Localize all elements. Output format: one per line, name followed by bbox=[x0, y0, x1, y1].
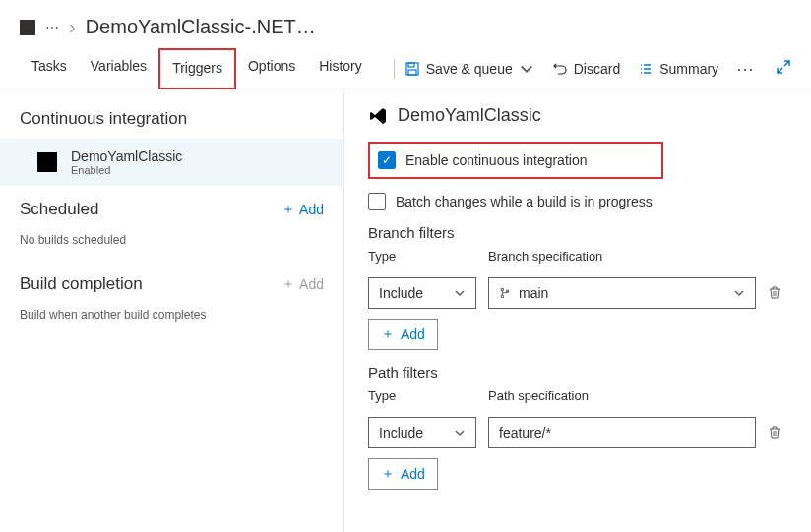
branch-add-button[interactable]: ＋ Add bbox=[368, 319, 438, 350]
scheduled-add-label: Add bbox=[299, 202, 324, 217]
path-type-value: Include bbox=[379, 425, 423, 441]
chevron-down-icon bbox=[454, 427, 466, 439]
tab-options[interactable]: Options bbox=[236, 48, 307, 89]
branch-filter-row: Include main bbox=[368, 277, 787, 309]
tabs-toolbar-row: Tasks Variables Triggers Options History… bbox=[0, 48, 811, 89]
trash-icon bbox=[768, 425, 781, 439]
vs-icon bbox=[368, 106, 388, 126]
save-queue-label: Save & queue bbox=[426, 61, 513, 77]
breadcrumb-ellipsis[interactable]: ⋯ bbox=[45, 20, 59, 35]
content-title-text: DemoYamlClassic bbox=[398, 105, 541, 126]
save-icon bbox=[405, 61, 420, 77]
path-filter-row: Include feature/* bbox=[368, 417, 787, 448]
scheduled-empty-text: No builds scheduled bbox=[0, 229, 343, 261]
branch-filter-header: Type Branch specification bbox=[368, 249, 787, 267]
path-delete-button[interactable] bbox=[768, 425, 787, 442]
path-spec-value: feature/* bbox=[499, 425, 551, 441]
path-spec-label: Path specification bbox=[488, 388, 756, 403]
content-title: DemoYamlClassic bbox=[368, 105, 787, 126]
build-completion-empty-text: Build when another build completes bbox=[0, 304, 343, 335]
chevron-down-icon bbox=[454, 287, 466, 299]
branch-spec-label: Branch specification bbox=[488, 249, 756, 264]
save-queue-button[interactable]: Save & queue bbox=[405, 57, 534, 81]
toolbar: Save & queue Discard Summary ⋯ bbox=[405, 57, 791, 81]
path-type-label: Type bbox=[368, 388, 476, 403]
undo-icon bbox=[552, 61, 568, 77]
branch-type-value: Include bbox=[379, 285, 423, 301]
sidebar: Continuous integration DemoYamlClassic E… bbox=[0, 89, 344, 532]
enable-ci-label: Enable continuous integration bbox=[406, 152, 587, 168]
discard-button[interactable]: Discard bbox=[552, 57, 620, 81]
branch-type-label: Type bbox=[368, 249, 476, 264]
vs-icon bbox=[37, 152, 57, 172]
path-filters-title: Path filters bbox=[368, 364, 787, 381]
path-spec-input[interactable]: feature/* bbox=[488, 417, 756, 448]
repo-status: Enabled bbox=[71, 164, 182, 176]
chevron-down-icon bbox=[733, 287, 745, 299]
build-completion-section: Build completion ＋ Add bbox=[0, 261, 343, 304]
branch-type-select[interactable]: Include bbox=[368, 277, 476, 309]
branch-delete-button[interactable] bbox=[768, 285, 787, 302]
svg-rect-2 bbox=[408, 70, 416, 75]
list-icon bbox=[638, 61, 654, 77]
build-completion-add-button[interactable]: ＋ Add bbox=[281, 275, 324, 293]
summary-button[interactable]: Summary bbox=[638, 57, 718, 81]
path-filter-header: Type Path specification bbox=[368, 388, 787, 407]
tabs: Tasks Variables Triggers Options History bbox=[20, 48, 374, 89]
enable-ci-checkbox[interactable]: ✓ bbox=[378, 151, 396, 169]
batch-changes-checkbox[interactable] bbox=[368, 193, 386, 210]
repo-item[interactable]: DemoYamlClassic Enabled bbox=[0, 139, 343, 186]
breadcrumb-separator: › bbox=[69, 16, 76, 38]
discard-label: Discard bbox=[574, 61, 620, 77]
chevron-down-icon bbox=[519, 61, 534, 77]
breadcrumb: ⋯ › DemoYamlClassic-.NET… bbox=[0, 0, 811, 48]
scheduled-section: Scheduled ＋ Add bbox=[0, 186, 343, 229]
batch-changes-row: Batch changes while a build is in progre… bbox=[368, 193, 787, 210]
branch-spec-value: main bbox=[519, 285, 548, 301]
svg-point-3 bbox=[501, 288, 504, 291]
content-pane: DemoYamlClassic ✓ Enable continuous inte… bbox=[344, 89, 811, 532]
trash-icon bbox=[768, 285, 781, 299]
main-content: Continuous integration DemoYamlClassic E… bbox=[0, 89, 811, 532]
enable-ci-row: ✓ Enable continuous integration bbox=[368, 142, 663, 179]
ci-section-title: Continuous integration bbox=[0, 101, 343, 139]
svg-point-4 bbox=[501, 295, 504, 298]
path-add-label: Add bbox=[401, 466, 425, 482]
project-icon[interactable] bbox=[20, 20, 35, 35]
tab-history[interactable]: History bbox=[307, 48, 374, 89]
repo-name: DemoYamlClassic bbox=[71, 148, 182, 164]
summary-label: Summary bbox=[659, 61, 718, 77]
scheduled-add-button[interactable]: ＋ Add bbox=[281, 201, 324, 218]
tab-tasks[interactable]: Tasks bbox=[20, 48, 79, 89]
path-type-select[interactable]: Include bbox=[368, 417, 476, 448]
tab-variables[interactable]: Variables bbox=[79, 48, 158, 89]
build-completion-add-label: Add bbox=[299, 276, 324, 292]
branch-icon bbox=[499, 287, 511, 299]
branch-spec-select[interactable]: main bbox=[488, 277, 756, 309]
path-add-button[interactable]: ＋ Add bbox=[368, 458, 438, 490]
branch-filters-title: Branch filters bbox=[368, 224, 787, 241]
build-completion-title: Build completion bbox=[20, 274, 143, 294]
svg-rect-1 bbox=[408, 63, 414, 67]
branch-add-label: Add bbox=[401, 326, 425, 342]
expand-icon[interactable] bbox=[776, 59, 791, 78]
toolbar-divider bbox=[394, 59, 395, 79]
batch-changes-label: Batch changes while a build is in progre… bbox=[396, 194, 653, 209]
scheduled-title: Scheduled bbox=[20, 200, 98, 219]
breadcrumb-current[interactable]: DemoYamlClassic-.NET… bbox=[86, 16, 316, 38]
more-button[interactable]: ⋯ bbox=[736, 58, 756, 80]
tab-triggers[interactable]: Triggers bbox=[158, 48, 236, 89]
